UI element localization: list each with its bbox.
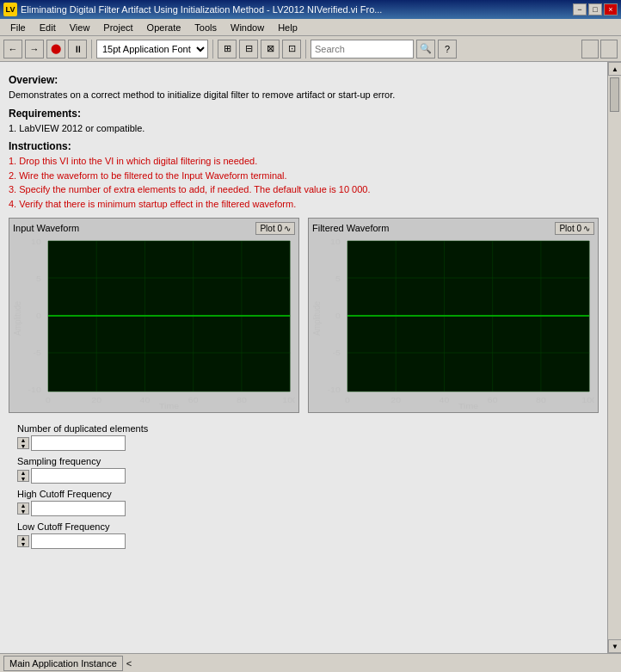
menu-project[interactable]: Project <box>96 21 139 34</box>
menu-tools[interactable]: Tools <box>188 21 224 34</box>
input-graph-header: Input Waveform Plot 0 ∿ <box>13 222 295 235</box>
low-cutoff-input[interactable]: 0.1250 <box>31 533 126 549</box>
svg-text:Time: Time <box>458 402 479 409</box>
search-button[interactable]: 🔍 <box>416 40 435 59</box>
menu-edit[interactable]: Edit <box>33 21 63 34</box>
high-cutoff-input[interactable]: 0.45 <box>31 501 126 516</box>
high-cutoff-spinner[interactable]: ▲ ▼ <box>17 502 29 515</box>
sep2 <box>212 40 213 59</box>
controls-area: Number of duplicated elements ▲ ▼ 10000 … <box>9 420 599 558</box>
svg-text:60: 60 <box>488 396 498 404</box>
order-button[interactable]: ⊡ <box>282 40 301 59</box>
svg-text:0: 0 <box>335 311 341 320</box>
input-graph-title: Input Waveform <box>13 223 79 233</box>
filtered-waveform-container: Filtered Waveform Plot 0 ∿ <box>308 218 599 413</box>
svg-text:-5: -5 <box>332 348 341 357</box>
search-input[interactable] <box>310 40 414 59</box>
menu-window[interactable]: Window <box>224 21 271 34</box>
resize-button[interactable]: ⊠ <box>261 40 280 59</box>
status-bar: Main Application Instance < <box>0 653 621 672</box>
toolbar: ← → ⬤ ⏸ 15pt Application Font ⊞ ⊟ ⊠ ⊡ 🔍 … <box>0 36 621 62</box>
svg-text:5: 5 <box>36 274 41 283</box>
input-plot-icon: ∿ <box>284 224 291 233</box>
input-plot-button[interactable]: Plot 0 ∿ <box>255 222 295 235</box>
svg-text:0: 0 <box>46 396 51 404</box>
svg-text:100: 100 <box>581 396 594 404</box>
align-button[interactable]: ⊞ <box>218 40 237 59</box>
svg-text:80: 80 <box>536 396 546 404</box>
instructions-title: Instructions: <box>9 140 599 152</box>
filtered-plot-label: Plot 0 <box>559 224 581 233</box>
low-cutoff-row: ▲ ▼ 0.1250 <box>17 533 590 549</box>
filtered-graph-header: Filtered Waveform Plot 0 ∿ <box>312 222 594 235</box>
menu-bar: File Edit View Project Operate Tools Win… <box>0 19 621 36</box>
svg-text:100: 100 <box>282 396 295 404</box>
menu-view[interactable]: View <box>63 21 97 34</box>
scrollbar-track: ▲ ▼ <box>607 62 621 653</box>
back-button[interactable]: ← <box>3 40 22 59</box>
input-graph-area: 10 5 0 -5 -10 0 20 40 60 80 100 Amplitud… <box>13 237 295 409</box>
scrollbar-up[interactable]: ▲ <box>608 62 621 76</box>
main-instance-label: Main Application Instance <box>3 656 123 671</box>
close-button[interactable]: × <box>604 3 618 15</box>
menu-operate[interactable]: Operate <box>140 21 188 34</box>
sampling-frequency-input[interactable]: 1.00 <box>31 468 126 484</box>
instruction-4: 4. Verify that there is minimum startup … <box>9 197 599 212</box>
minimize-button[interactable]: − <box>573 3 587 15</box>
filtered-plot-button[interactable]: Plot 0 ∿ <box>555 222 594 235</box>
svg-text:40: 40 <box>140 396 151 404</box>
requirements-title: Requirements: <box>9 108 599 120</box>
duplicated-elements-label: Number of duplicated elements <box>17 423 590 434</box>
menu-file[interactable]: File <box>3 21 33 34</box>
svg-text:Amplitude: Amplitude <box>312 300 323 336</box>
pause-button[interactable]: ⏸ <box>68 40 87 59</box>
low-cutoff-label: Low Cutoff Frequency <box>17 521 590 532</box>
svg-text:-10: -10 <box>28 385 42 394</box>
maximize-button[interactable]: □ <box>588 3 602 15</box>
sampling-frequency-label: Sampling frequency <box>17 456 590 466</box>
svg-text:20: 20 <box>91 396 101 404</box>
svg-text:80: 80 <box>237 396 247 404</box>
scrollbar-thumb[interactable] <box>610 77 619 112</box>
main-area: Overview: Demonstrates on a correct meth… <box>0 62 621 653</box>
overview-title: Overview: <box>9 74 599 86</box>
filtered-graph-svg: 10 5 0 -5 -10 0 20 40 60 80 100 Amplitud… <box>312 237 594 409</box>
low-cutoff-group: Low Cutoff Frequency ▲ ▼ 0.1250 <box>17 521 590 549</box>
svg-text:0: 0 <box>36 311 41 320</box>
high-cutoff-label: High Cutoff Frequency <box>17 489 590 499</box>
filtered-graph-area: 10 5 0 -5 -10 0 20 40 60 80 100 Amplitud… <box>312 237 594 409</box>
instruction-3: 3. Specify the number of extra elements … <box>9 182 599 197</box>
distribute-button[interactable]: ⊟ <box>239 40 258 59</box>
sampling-frequency-spinner[interactable]: ▲ ▼ <box>17 470 29 482</box>
input-plot-label: Plot 0 <box>260 224 282 233</box>
duplicated-elements-row: ▲ ▼ 10000 <box>17 435 590 451</box>
panel-icon1 <box>581 40 599 59</box>
duplicated-elements-spinner[interactable]: ▲ ▼ <box>17 437 29 449</box>
low-cutoff-spinner[interactable]: ▲ ▼ <box>17 535 29 547</box>
filtered-graph-title: Filtered Waveform <box>312 223 389 233</box>
help-button[interactable]: ? <box>438 40 457 59</box>
content-panel: Overview: Demonstrates on a correct meth… <box>0 62 607 653</box>
stop-button[interactable]: ⬤ <box>46 40 65 59</box>
overview-body: Demonstrates on a correct method to init… <box>9 88 599 102</box>
menu-help[interactable]: Help <box>271 21 304 34</box>
duplicated-elements-group: Number of duplicated elements ▲ ▼ 10000 <box>17 423 590 451</box>
scrollbar-down[interactable]: ▼ <box>608 639 621 653</box>
scrollbar-rail <box>608 114 621 639</box>
font-select[interactable]: 15pt Application Font <box>96 40 208 59</box>
graphs-row: Input Waveform Plot 0 ∿ <box>9 218 599 413</box>
duplicated-elements-input[interactable]: 10000 <box>31 435 126 451</box>
high-cutoff-row: ▲ ▼ 0.45 <box>17 501 590 516</box>
forward-button[interactable]: → <box>25 40 44 59</box>
svg-text:5: 5 <box>335 274 341 283</box>
instruction-1: 1. Drop this VI into the VI in which dig… <box>9 154 599 169</box>
svg-text:-10: -10 <box>328 385 341 394</box>
title-text: Eliminating Digital Filter Artifact Usin… <box>21 4 573 15</box>
svg-text:60: 60 <box>188 396 199 404</box>
svg-text:Amplitude: Amplitude <box>13 300 23 336</box>
svg-text:-5: -5 <box>33 348 41 357</box>
svg-text:Time: Time <box>159 402 180 409</box>
title-bar: LV Eliminating Digital Filter Artifact U… <box>0 0 621 19</box>
high-cutoff-group: High Cutoff Frequency ▲ ▼ 0.45 <box>17 489 590 516</box>
filtered-plot-icon: ∿ <box>583 224 590 233</box>
